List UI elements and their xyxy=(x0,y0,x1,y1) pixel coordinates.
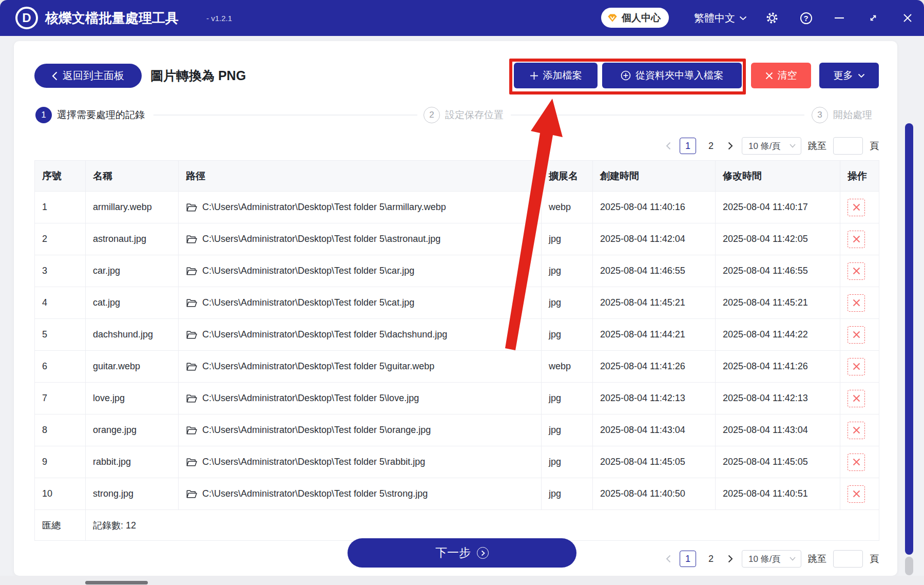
cell-actions xyxy=(840,255,879,287)
delete-row-button[interactable] xyxy=(848,485,865,503)
clear-label: 清空 xyxy=(778,69,797,82)
cell-ext: jpg xyxy=(542,223,593,255)
cell-created: 2025-08-04 11:40:50 xyxy=(593,478,716,510)
delete-row-button[interactable] xyxy=(848,390,865,407)
page-size-select[interactable]: 10 條/頁 xyxy=(742,550,801,568)
cell-path: C:\Users\Administrator\Desktop\Test fold… xyxy=(179,319,542,351)
page-unit-label: 頁 xyxy=(870,553,879,565)
cell-actions xyxy=(840,414,879,446)
chevron-down-icon xyxy=(790,144,796,148)
step-2-label: 設定保存位置 xyxy=(445,107,504,123)
cell-modified: 2025-08-04 11:43:04 xyxy=(716,414,840,446)
page-2-button[interactable]: 2 xyxy=(703,551,719,567)
add-files-button[interactable]: 添加檔案 xyxy=(514,63,598,88)
cell-created: 2025-08-04 11:40:16 xyxy=(593,192,716,223)
jump-label: 跳至 xyxy=(808,140,826,152)
cell-index: 10 xyxy=(35,478,86,510)
delete-row-button[interactable] xyxy=(848,199,865,216)
delete-x-icon xyxy=(853,426,860,434)
x-icon xyxy=(765,72,773,80)
delete-row-button[interactable] xyxy=(848,358,865,375)
delete-row-button[interactable] xyxy=(848,294,865,312)
prev-page-button[interactable] xyxy=(664,138,673,154)
vertical-scrollbar-thumb[interactable] xyxy=(905,123,913,555)
chevron-left-icon xyxy=(52,71,57,81)
cell-name: guitar.webp xyxy=(86,351,179,383)
step-2-indicator: 2 xyxy=(424,107,440,123)
jump-page-input[interactable] xyxy=(833,550,863,568)
minimize-button[interactable] xyxy=(830,0,849,36)
delete-row-button[interactable] xyxy=(848,262,865,280)
next-page-button[interactable] xyxy=(726,551,735,567)
cell-actions xyxy=(840,478,879,510)
cell-index: 7 xyxy=(35,383,86,414)
step-1-indicator: 1 xyxy=(35,107,52,123)
table-row: 2 astronaut.jpg C:\Users\Administrator\D… xyxy=(35,223,879,255)
title-bar: D 核爍文檔批量處理工具 - v1.2.1 個人中心 繁體中文 ? xyxy=(0,0,924,36)
page-1-button[interactable]: 1 xyxy=(680,138,696,154)
col-header-modified: 修改時間 xyxy=(716,161,840,192)
minimize-icon xyxy=(835,17,844,19)
file-path: C:\Users\Administrator\Desktop\Test fold… xyxy=(202,361,434,372)
app-window: D 核爍文檔批量處理工具 - v1.2.1 個人中心 繁體中文 ? xyxy=(0,0,924,585)
cell-created: 2025-08-04 11:46:55 xyxy=(593,255,716,287)
next-page-button[interactable] xyxy=(726,138,735,154)
cell-name: astronaut.jpg xyxy=(86,223,179,255)
maximize-button[interactable] xyxy=(864,0,882,36)
delete-row-button[interactable] xyxy=(848,326,865,344)
step-3-indicator: 3 xyxy=(812,107,828,123)
clear-button[interactable]: 清空 xyxy=(751,63,811,88)
page-1-button[interactable]: 1 xyxy=(680,551,696,567)
col-header-index: 序號 xyxy=(35,161,86,192)
vertical-scrollbar-track[interactable] xyxy=(905,557,913,575)
help-button[interactable]: ? xyxy=(797,0,815,36)
page-2-button[interactable]: 2 xyxy=(703,138,719,154)
close-button[interactable] xyxy=(898,0,917,36)
more-button[interactable]: 更多 xyxy=(819,63,879,88)
delete-row-button[interactable] xyxy=(848,454,865,471)
cell-index: 5 xyxy=(35,319,86,351)
cell-index: 3 xyxy=(35,255,86,287)
cell-created: 2025-08-04 11:41:26 xyxy=(593,351,716,383)
next-step-button[interactable]: 下一步 xyxy=(348,538,576,568)
language-selector[interactable]: 繁體中文 xyxy=(694,0,747,36)
summary-row: 匯總 記錄數: 12 xyxy=(35,510,879,541)
table-row: 10 strong.jpg C:\Users\Administrator\Des… xyxy=(35,478,879,510)
delete-x-icon xyxy=(853,331,860,338)
cell-modified: 2025-08-04 11:45:21 xyxy=(716,287,840,319)
add-files-label: 添加檔案 xyxy=(543,69,582,82)
next-step-label: 下一步 xyxy=(435,545,471,561)
delete-row-button[interactable] xyxy=(848,422,865,439)
cell-index: 2 xyxy=(35,223,86,255)
cell-name: strong.jpg xyxy=(86,478,179,510)
page-size-value: 10 條/頁 xyxy=(748,553,780,565)
delete-x-icon xyxy=(853,235,860,243)
delete-row-button[interactable] xyxy=(848,231,865,248)
delete-x-icon xyxy=(853,490,860,498)
cell-modified: 2025-08-04 11:44:22 xyxy=(716,319,840,351)
open-folder-icon xyxy=(186,362,197,372)
prev-page-button[interactable] xyxy=(664,551,673,567)
app-version: - v1.2.1 xyxy=(206,0,232,36)
settings-button[interactable] xyxy=(763,0,781,36)
col-header-created: 創建時間 xyxy=(593,161,716,192)
cell-path: C:\Users\Administrator\Desktop\Test fold… xyxy=(179,478,542,510)
horizontal-scrollbar-thumb[interactable] xyxy=(85,581,148,584)
file-path: C:\Users\Administrator\Desktop\Test fold… xyxy=(202,457,425,467)
cell-actions xyxy=(840,351,879,383)
page-size-select[interactable]: 10 條/頁 xyxy=(742,137,801,155)
delete-x-icon xyxy=(853,363,860,370)
cell-path: C:\Users\Administrator\Desktop\Test fold… xyxy=(179,446,542,478)
pagination-bottom: 1 2 10 條/頁 跳至 頁 xyxy=(664,550,879,568)
back-to-dashboard-button[interactable]: 返回到主面板 xyxy=(34,64,142,88)
cell-index: 8 xyxy=(35,414,86,446)
more-label: 更多 xyxy=(834,69,853,82)
table-row: 6 guitar.webp C:\Users\Administrator\Des… xyxy=(35,351,879,383)
jump-page-input[interactable] xyxy=(833,137,863,155)
import-from-folder-button[interactable]: 從資料夾中導入檔案 xyxy=(602,63,742,88)
table-row: 5 dachshund.jpg C:\Users\Administrator\D… xyxy=(35,319,879,351)
user-center-button[interactable]: 個人中心 xyxy=(601,8,669,28)
cell-created: 2025-08-04 11:43:04 xyxy=(593,414,716,446)
app-title: 核爍文檔批量處理工具 xyxy=(45,0,179,36)
cell-created: 2025-08-04 11:45:05 xyxy=(593,446,716,478)
